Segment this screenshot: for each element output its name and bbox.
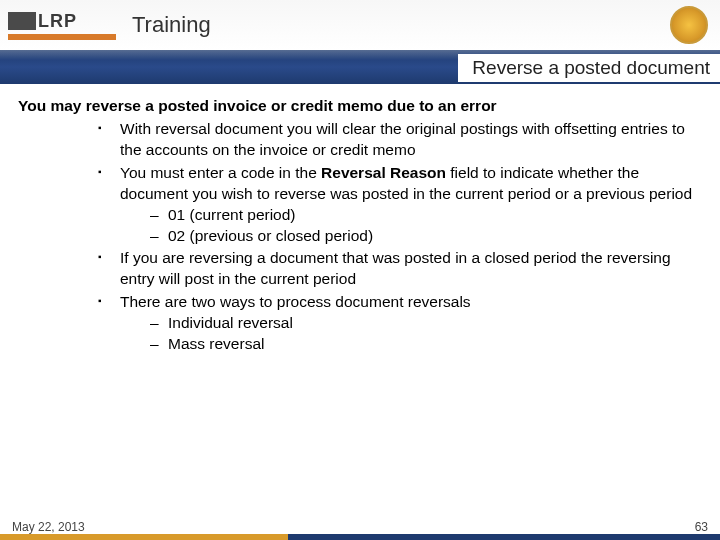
list-item: With reversal document you will clear th…: [98, 119, 702, 161]
list-item: You must enter a code in the Reversal Re…: [98, 163, 702, 247]
intro-text: You may reverse a posted invoice or cred…: [18, 96, 702, 117]
seal-icon: [670, 6, 708, 44]
page-number: 63: [695, 520, 708, 534]
bullet-text: 02 (previous or closed period): [168, 227, 373, 244]
bullet-text: If you are reversing a document that was…: [120, 249, 671, 287]
list-item: If you are reversing a document that was…: [98, 248, 702, 290]
page-title: Training: [120, 12, 211, 38]
bullet-text-pre: You must enter a code in the: [120, 164, 321, 181]
header: LRP Training: [0, 0, 720, 50]
list-item: 02 (previous or closed period): [150, 226, 702, 247]
footer-date: May 22, 2013: [12, 520, 85, 534]
list-item: There are two ways to process document r…: [98, 292, 702, 355]
list-item: Individual reversal: [150, 313, 702, 334]
slide-title: Reverse a posted document: [458, 54, 720, 82]
bullet-text: With reversal document you will clear th…: [120, 120, 685, 158]
logo-mark: [8, 12, 36, 30]
bullet-text: Mass reversal: [168, 335, 264, 352]
footer-band: [0, 534, 720, 540]
bullet-text-bold: Reversal Reason: [321, 164, 446, 181]
sub-list: Individual reversal Mass reversal: [120, 313, 702, 355]
sub-list: 01 (current period) 02 (previous or clos…: [120, 205, 702, 247]
logo-tagline: [8, 34, 116, 40]
list-item: 01 (current period): [150, 205, 702, 226]
content: You may reverse a posted invoice or cred…: [0, 84, 720, 355]
bullet-list: With reversal document you will clear th…: [18, 119, 702, 355]
bullet-text: 01 (current period): [168, 206, 296, 223]
logo: LRP: [0, 0, 120, 50]
list-item: Mass reversal: [150, 334, 702, 355]
bullet-text: There are two ways to process document r…: [120, 293, 471, 310]
logo-text: LRP: [38, 11, 77, 32]
subheader-band: Reverse a posted document: [0, 50, 720, 84]
bullet-text: Individual reversal: [168, 314, 293, 331]
